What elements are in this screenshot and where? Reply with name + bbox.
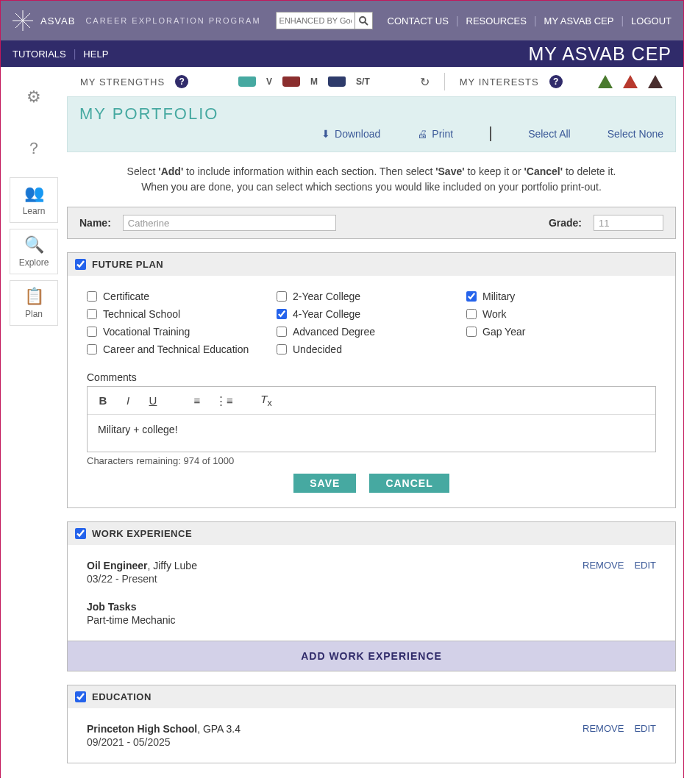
education-entry: REMOVE EDIT Princeton High School, GPA 3… xyxy=(87,723,656,748)
grade-input[interactable] xyxy=(594,215,663,231)
underline-button[interactable]: U xyxy=(146,394,160,407)
strength-st: S/T xyxy=(356,76,370,87)
left-nav: ⚙ ？ 👥 Learn 🔍 Explore 📋 Plan xyxy=(1,67,67,778)
gear-icon: ⚙ xyxy=(26,88,41,107)
italic-button[interactable]: I xyxy=(121,394,135,407)
work-tasks: Part-time Mechanic xyxy=(87,614,656,626)
download-link[interactable]: ⬇Download xyxy=(321,128,380,140)
plan-icon: 📋 xyxy=(24,287,44,306)
opt-cte[interactable]: Career and Technical Education xyxy=(87,343,277,355)
book-navy-icon xyxy=(328,75,346,88)
education-dates: 09/2021 - 05/2025 xyxy=(87,736,656,748)
comments-textarea[interactable]: Military + college! xyxy=(88,415,655,452)
nav-learn[interactable]: 👥 Learn xyxy=(10,177,58,223)
interests-label: MY INTERESTS xyxy=(460,76,539,88)
explore-icon: 🔍 xyxy=(24,235,44,254)
portfolio-header: MY PORTFOLIO ⬇Download 🖨Print Select All… xyxy=(67,96,676,152)
name-label: Name: xyxy=(79,217,111,229)
svg-line-5 xyxy=(365,22,368,25)
select-none-link[interactable]: Select None xyxy=(608,128,663,140)
save-button[interactable]: SAVE xyxy=(293,474,356,493)
help-icon: ？ xyxy=(26,138,42,160)
opt-undecided[interactable]: Undecided xyxy=(277,343,466,355)
grade-label: Grade: xyxy=(549,217,582,229)
nav-learn-label: Learn xyxy=(23,206,46,216)
work-title: WORK EXPERIENCE xyxy=(92,528,192,539)
ordered-list-button[interactable]: ≡ xyxy=(190,394,204,407)
education-remove-link[interactable]: REMOVE xyxy=(583,723,624,734)
nav-logout[interactable]: LOGOUT xyxy=(631,15,671,26)
print-link[interactable]: 🖨Print xyxy=(417,128,453,140)
name-input[interactable] xyxy=(123,215,336,231)
opt-work[interactable]: Work xyxy=(466,308,656,320)
education-gpa: , GPA 3.4 xyxy=(197,723,241,735)
global-header: ASVAB CAREER EXPLORATION PROGRAM CONTACT… xyxy=(1,1,683,40)
strength-m: M xyxy=(310,76,318,87)
opt-four-year[interactable]: 4-Year College xyxy=(277,308,466,320)
nav-help-icon[interactable]: ？ xyxy=(10,126,58,171)
print-icon: 🖨 xyxy=(417,128,427,140)
brand-subtitle: CAREER EXPLORATION PROGRAM xyxy=(85,16,260,25)
nav-settings[interactable]: ⚙ xyxy=(10,74,58,120)
learn-icon: 👥 xyxy=(24,184,44,203)
education-include-checkbox[interactable] xyxy=(75,691,86,702)
cancel-button[interactable]: CANCEL xyxy=(369,474,449,493)
education-title: EDUCATION xyxy=(92,691,152,702)
work-remove-link[interactable]: REMOVE xyxy=(583,560,624,571)
work-edit-link[interactable]: EDIT xyxy=(634,560,656,571)
comments-label: Comments xyxy=(87,371,656,383)
action-divider xyxy=(490,126,491,141)
nav-mycep[interactable]: MY ASVAB CEP xyxy=(544,15,614,26)
opt-gap[interactable]: Gap Year xyxy=(466,326,656,338)
strengths-help-icon[interactable]: ? xyxy=(175,75,188,88)
opt-military[interactable]: Military xyxy=(466,291,656,302)
nav-contact[interactable]: CONTACT US xyxy=(388,15,449,26)
clear-format-button[interactable]: Tx xyxy=(260,393,273,408)
nav-tutorials[interactable]: TUTORIALS xyxy=(13,49,66,60)
opt-two-year[interactable]: 2-Year College xyxy=(277,291,466,302)
brand-text: ASVAB xyxy=(40,15,75,26)
char-counter: Characters remaining: 974 of 1000 xyxy=(87,455,656,466)
opt-advanced[interactable]: Advanced Degree xyxy=(277,326,466,338)
instructions: Select 'Add' to include information with… xyxy=(67,152,676,207)
work-company: , Jiffy Lube xyxy=(147,560,196,571)
editor-toolbar: B I U ≡ ⋮≡ Tx xyxy=(88,387,655,415)
work-tasks-label: Job Tasks xyxy=(87,601,656,613)
name-grade-bar: Name: Grade: xyxy=(67,207,676,239)
education-school: Princeton High School xyxy=(87,723,197,735)
interests-help-icon[interactable]: ? xyxy=(549,75,563,88)
work-include-checkbox[interactable] xyxy=(75,528,86,539)
portfolio-title: MY PORTFOLIO xyxy=(79,104,663,124)
future-plan-options: Certificate 2-Year College Military Tech… xyxy=(87,291,656,355)
section-work-experience: WORK EXPERIENCE REMOVE EDIT Oil Engineer… xyxy=(67,521,676,671)
star-icon xyxy=(13,10,33,31)
nav-resources[interactable]: RESOURCES xyxy=(466,15,527,26)
nav-plan[interactable]: 📋 Plan xyxy=(10,280,58,326)
education-edit-link[interactable]: EDIT xyxy=(634,723,656,734)
nav-help[interactable]: HELP xyxy=(83,49,108,60)
search-input[interactable] xyxy=(276,12,355,29)
search-button[interactable] xyxy=(355,12,373,29)
opt-technical[interactable]: Technical School xyxy=(87,308,277,320)
future-plan-include-checkbox[interactable] xyxy=(75,259,86,270)
interest-badge-a xyxy=(648,75,663,88)
search-box xyxy=(276,12,373,29)
sub-header: TUTORIALS | HELP MY ASVAB CEP xyxy=(1,40,683,67)
select-all-link[interactable]: Select All xyxy=(528,128,571,140)
section-future-plan: FUTURE PLAN Certificate 2-Year College M… xyxy=(67,252,676,508)
download-icon: ⬇ xyxy=(321,128,330,140)
content-area: MY STRENGTHS ? V M S/T ↻ MY INTERESTS ? … xyxy=(67,67,683,778)
work-dates: 03/22 - Present xyxy=(87,573,656,585)
top-nav: CONTACT US| RESOURCES| MY ASVAB CEP| LOG… xyxy=(388,15,671,26)
context-bar: MY STRENGTHS ? V M S/T ↻ MY INTERESTS ? xyxy=(67,67,676,96)
work-job-title: Oil Engineer xyxy=(87,560,147,571)
unordered-list-button[interactable]: ⋮≡ xyxy=(215,394,229,407)
opt-vocational[interactable]: Vocational Training xyxy=(87,326,277,338)
refresh-icon[interactable]: ↻ xyxy=(420,75,430,89)
opt-certificate[interactable]: Certificate xyxy=(87,291,277,302)
add-work-button[interactable]: ADD WORK EXPERIENCE xyxy=(68,641,675,671)
nav-explore[interactable]: 🔍 Explore xyxy=(10,229,58,274)
bold-button[interactable]: B xyxy=(96,394,110,407)
interest-badge-e xyxy=(623,75,638,88)
logo: ASVAB CAREER EXPLORATION PROGRAM xyxy=(13,10,261,31)
